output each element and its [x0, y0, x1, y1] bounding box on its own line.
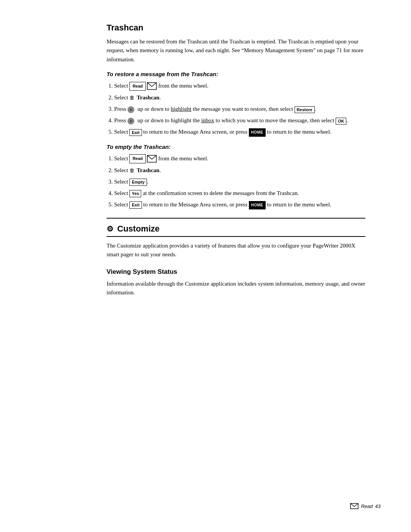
restore-button[interactable]: Restore [295, 106, 315, 113]
empty-step-3: Select Empty. [114, 177, 365, 186]
content-area: Trashcan Messages can be restored from t… [107, 23, 365, 297]
scroll-wheel-1 [127, 106, 134, 113]
empty-subtitle: To empty the Trashcan: [107, 144, 365, 150]
read-button-2: Read [129, 154, 146, 163]
trashcan-intro: Messages can be restored from the Trashc… [107, 37, 365, 64]
empty-step-5: Select Exit to return to the Message Are… [114, 200, 365, 209]
footer-label: Read [361, 503, 373, 509]
footer-page-number: 43 [375, 503, 381, 509]
trashcan-section: Trashcan Messages can be restored from t… [107, 23, 365, 209]
read-button-1: Read [129, 82, 146, 91]
trashcan-icon-2: 🗑 [129, 167, 134, 175]
restore-step-2: Select 🗑 Trashcan. [114, 93, 365, 102]
scroll-wheel-2 [127, 118, 134, 125]
section-divider [107, 218, 365, 219]
restore-steps-list: Select Read from the menu wheel. Selec [114, 81, 365, 137]
exit-button-2[interactable]: Exit [129, 201, 142, 208]
restore-step-4: Press up or down to highlight the inbox … [114, 116, 365, 125]
trashcan-label-1: Trashcan [137, 94, 159, 101]
empty-step-4: Select Yes at the confirmation screen to… [114, 189, 365, 198]
page: Trashcan Messages can be restored from t… [0, 0, 411, 532]
home-button-2[interactable]: HOME [249, 201, 266, 209]
restore-step-1: Select Read from the menu wheel. [114, 81, 365, 91]
ok-button-1[interactable]: OK [336, 118, 347, 125]
footer-envelope-icon [350, 503, 358, 509]
customize-title: Customize [117, 224, 159, 234]
read-button-group-1: Read [129, 82, 157, 91]
restore-subtitle: To restore a message from the Trashcan: [107, 71, 365, 77]
viewing-title: Viewing System Status [107, 268, 365, 276]
empty-steps-list: Select Read from the menu wheel. Selec [114, 154, 365, 209]
read-button-group-2: Read [129, 154, 157, 163]
trashcan-icon-1: 🗑 [129, 94, 134, 102]
trashcan-label-2: Trashcan [137, 167, 159, 173]
customize-intro: The Customize application provides a var… [107, 241, 365, 259]
envelope-icon-1 [147, 82, 157, 90]
customize-title-row: ⚙ Customize [107, 224, 365, 237]
restore-step-3: Press up or down to highlight the messag… [114, 104, 365, 113]
exit-button-1[interactable]: Exit [129, 129, 142, 136]
empty-step-2: Select 🗑 Trashcan. [114, 166, 365, 175]
empty-step-1: Select Read from the menu wheel. [114, 154, 365, 163]
highlight-text-1: highlight [171, 106, 191, 112]
yes-button[interactable]: Yes [129, 190, 141, 197]
restore-step-5: Select Exit to return to the Message Are… [114, 127, 365, 137]
trashcan-title: Trashcan [107, 23, 365, 33]
inbox-text: inbox [201, 117, 214, 123]
home-button-1[interactable]: HOME [249, 128, 266, 137]
customize-icon: ⚙ [107, 224, 113, 233]
customize-section: ⚙ Customize The Customize application pr… [107, 224, 365, 297]
footer: Read 43 [350, 503, 381, 509]
empty-button[interactable]: Empty [129, 179, 147, 185]
envelope-icon-2 [147, 155, 157, 163]
viewing-text: Information available through the Custom… [107, 280, 365, 297]
